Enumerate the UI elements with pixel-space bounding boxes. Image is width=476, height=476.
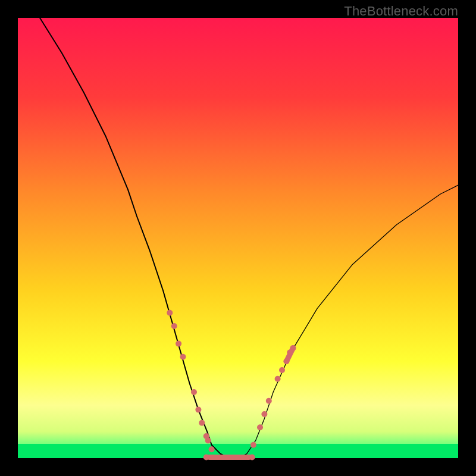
data-marker xyxy=(205,437,211,443)
data-marker xyxy=(283,358,289,364)
data-marker xyxy=(250,442,256,448)
data-marker xyxy=(203,455,209,461)
data-marker xyxy=(261,411,267,417)
bottom-pill xyxy=(203,437,256,460)
data-marker xyxy=(176,341,181,347)
bottleneck-curve-right xyxy=(238,185,458,458)
data-marker xyxy=(171,323,177,329)
data-marker xyxy=(180,354,186,360)
watermark-text: TheBottleneck.com xyxy=(344,4,458,19)
data-marker xyxy=(279,367,285,373)
data-marker xyxy=(199,420,205,426)
curve-layer xyxy=(18,18,458,458)
data-marker xyxy=(209,446,215,452)
data-marker xyxy=(290,345,296,351)
bottleneck-curve xyxy=(40,18,238,458)
data-marker xyxy=(257,424,263,430)
data-marker xyxy=(266,398,272,404)
outer-frame: TheBottleneck.com xyxy=(0,0,476,476)
data-marker xyxy=(249,455,255,461)
data-marker xyxy=(167,310,173,316)
data-marker xyxy=(195,407,201,413)
data-marker xyxy=(275,376,281,382)
markers-right-cluster xyxy=(257,345,296,430)
data-marker xyxy=(191,389,197,395)
